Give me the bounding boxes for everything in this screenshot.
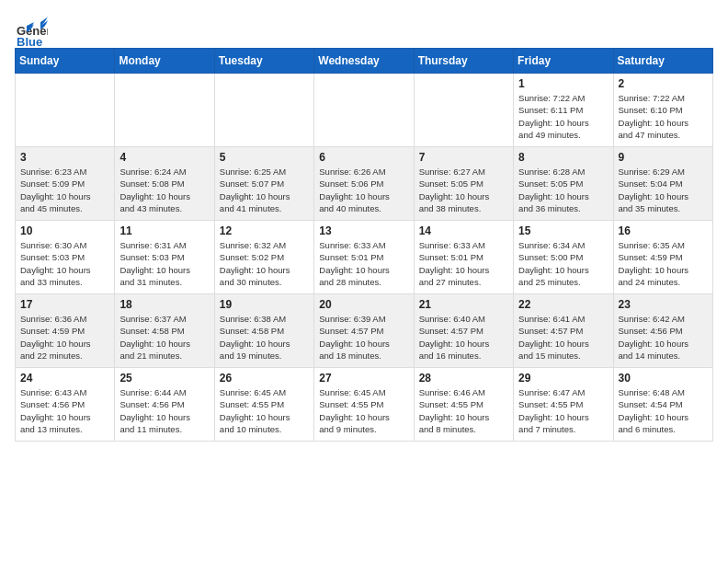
- day-info: Sunrise: 6:29 AM Sunset: 5:04 PM Dayligh…: [619, 166, 708, 214]
- day-info: Sunrise: 6:33 AM Sunset: 5:01 PM Dayligh…: [319, 239, 408, 288]
- day-info: Sunrise: 6:39 AM Sunset: 4:57 PM Dayligh…: [319, 313, 408, 362]
- calendar-day-16: 16Sunrise: 6:35 AM Sunset: 4:59 PM Dayli…: [613, 221, 712, 294]
- calendar-day-4: 4Sunrise: 6:24 AM Sunset: 5:08 PM Daylig…: [115, 147, 214, 221]
- calendar-day-10: 10Sunrise: 6:30 AM Sunset: 5:03 PM Dayli…: [16, 221, 115, 294]
- page-header: General Blue: [15, 15, 713, 39]
- calendar-day-3: 3Sunrise: 6:23 AM Sunset: 5:09 PM Daylig…: [16, 147, 115, 221]
- day-number: 8: [518, 151, 608, 164]
- column-header-wednesday: Wednesday: [314, 49, 414, 74]
- day-info: Sunrise: 6:34 AM Sunset: 5:00 PM Dayligh…: [518, 239, 608, 288]
- day-info: Sunrise: 6:33 AM Sunset: 5:01 PM Dayligh…: [419, 239, 508, 288]
- day-info: Sunrise: 6:30 AM Sunset: 5:03 PM Dayligh…: [20, 239, 109, 288]
- calendar-day-30: 30Sunrise: 6:48 AM Sunset: 4:54 PM Dayli…: [613, 368, 712, 442]
- calendar-day-5: 5Sunrise: 6:25 AM Sunset: 5:07 PM Daylig…: [214, 147, 313, 221]
- calendar-day-2: 2Sunrise: 7:22 AM Sunset: 6:10 PM Daylig…: [613, 74, 712, 147]
- day-info: Sunrise: 6:25 AM Sunset: 5:07 PM Dayligh…: [220, 166, 309, 214]
- calendar-empty: [414, 74, 513, 147]
- calendar-day-24: 24Sunrise: 6:43 AM Sunset: 4:56 PM Dayli…: [16, 368, 115, 442]
- bird-icon: [17, 22, 34, 39]
- day-number: 4: [119, 151, 209, 164]
- day-number: 10: [20, 224, 109, 237]
- day-number: 23: [619, 298, 708, 311]
- day-info: Sunrise: 6:36 AM Sunset: 4:59 PM Dayligh…: [20, 313, 109, 362]
- calendar-week-row: 24Sunrise: 6:43 AM Sunset: 4:56 PM Dayli…: [16, 368, 713, 442]
- calendar-day-26: 26Sunrise: 6:45 AM Sunset: 4:55 PM Dayli…: [214, 368, 313, 442]
- day-number: 25: [119, 372, 209, 385]
- day-number: 21: [419, 298, 508, 311]
- day-number: 5: [220, 151, 309, 164]
- day-number: 19: [220, 298, 309, 311]
- calendar-empty: [115, 74, 214, 147]
- day-info: Sunrise: 6:44 AM Sunset: 4:56 PM Dayligh…: [119, 386, 209, 435]
- calendar-day-9: 9Sunrise: 6:29 AM Sunset: 5:04 PM Daylig…: [613, 147, 712, 221]
- day-info: Sunrise: 6:45 AM Sunset: 4:55 PM Dayligh…: [319, 386, 408, 435]
- calendar-week-row: 10Sunrise: 6:30 AM Sunset: 5:03 PM Dayli…: [16, 221, 713, 294]
- day-number: 14: [419, 224, 508, 237]
- calendar-day-22: 22Sunrise: 6:41 AM Sunset: 4:57 PM Dayli…: [514, 294, 613, 368]
- calendar-day-23: 23Sunrise: 6:42 AM Sunset: 4:56 PM Dayli…: [613, 294, 712, 368]
- calendar-day-17: 17Sunrise: 6:36 AM Sunset: 4:59 PM Dayli…: [16, 294, 115, 368]
- day-number: 22: [518, 298, 608, 311]
- calendar-day-12: 12Sunrise: 6:32 AM Sunset: 5:02 PM Dayli…: [214, 221, 313, 294]
- column-header-thursday: Thursday: [414, 49, 513, 74]
- day-info: Sunrise: 6:23 AM Sunset: 5:09 PM Dayligh…: [20, 166, 109, 214]
- day-info: Sunrise: 6:43 AM Sunset: 4:56 PM Dayligh…: [20, 386, 109, 435]
- calendar-week-row: 17Sunrise: 6:36 AM Sunset: 4:59 PM Dayli…: [16, 294, 713, 368]
- day-number: 12: [220, 224, 309, 237]
- day-info: Sunrise: 7:22 AM Sunset: 6:11 PM Dayligh…: [518, 92, 608, 141]
- calendar-day-27: 27Sunrise: 6:45 AM Sunset: 4:55 PM Dayli…: [314, 368, 414, 442]
- calendar-day-8: 8Sunrise: 6:28 AM Sunset: 5:05 PM Daylig…: [514, 147, 613, 221]
- day-info: Sunrise: 6:28 AM Sunset: 5:05 PM Dayligh…: [518, 166, 608, 214]
- day-number: 29: [518, 372, 608, 385]
- day-info: Sunrise: 6:31 AM Sunset: 5:03 PM Dayligh…: [119, 239, 209, 288]
- calendar-day-25: 25Sunrise: 6:44 AM Sunset: 4:56 PM Dayli…: [115, 368, 214, 442]
- day-number: 24: [20, 372, 109, 385]
- calendar-day-6: 6Sunrise: 6:26 AM Sunset: 5:06 PM Daylig…: [314, 147, 414, 221]
- day-info: Sunrise: 6:42 AM Sunset: 4:56 PM Dayligh…: [619, 313, 708, 362]
- day-info: Sunrise: 6:27 AM Sunset: 5:05 PM Dayligh…: [419, 166, 508, 214]
- calendar-day-18: 18Sunrise: 6:37 AM Sunset: 4:58 PM Dayli…: [115, 294, 214, 368]
- column-header-tuesday: Tuesday: [214, 49, 313, 74]
- day-number: 11: [119, 224, 209, 237]
- day-info: Sunrise: 6:32 AM Sunset: 5:02 PM Dayligh…: [220, 239, 309, 288]
- column-header-friday: Friday: [514, 49, 613, 74]
- day-number: 28: [419, 372, 508, 385]
- calendar-day-15: 15Sunrise: 6:34 AM Sunset: 5:00 PM Dayli…: [514, 221, 613, 294]
- calendar-day-7: 7Sunrise: 6:27 AM Sunset: 5:05 PM Daylig…: [414, 147, 513, 221]
- column-header-sunday: Sunday: [16, 49, 115, 74]
- day-number: 18: [119, 298, 209, 311]
- day-info: Sunrise: 6:37 AM Sunset: 4:58 PM Dayligh…: [119, 313, 209, 362]
- day-number: 27: [319, 372, 408, 385]
- logo: General Blue: [15, 15, 48, 39]
- calendar-header-row: SundayMondayTuesdayWednesdayThursdayFrid…: [16, 49, 713, 74]
- calendar-empty: [214, 74, 313, 147]
- day-info: Sunrise: 6:40 AM Sunset: 4:57 PM Dayligh…: [419, 313, 508, 362]
- day-info: Sunrise: 6:35 AM Sunset: 4:59 PM Dayligh…: [619, 239, 708, 288]
- day-info: Sunrise: 6:24 AM Sunset: 5:08 PM Dayligh…: [119, 166, 209, 214]
- calendar-day-20: 20Sunrise: 6:39 AM Sunset: 4:57 PM Dayli…: [314, 294, 414, 368]
- column-header-monday: Monday: [115, 49, 214, 74]
- day-number: 2: [619, 77, 708, 90]
- day-number: 13: [319, 224, 408, 237]
- calendar-empty: [16, 74, 115, 147]
- calendar-week-row: 1Sunrise: 7:22 AM Sunset: 6:11 PM Daylig…: [16, 74, 713, 147]
- day-number: 26: [220, 372, 309, 385]
- day-info: Sunrise: 6:46 AM Sunset: 4:55 PM Dayligh…: [419, 386, 508, 435]
- calendar-table: SundayMondayTuesdayWednesdayThursdayFrid…: [15, 48, 713, 442]
- day-number: 17: [20, 298, 109, 311]
- day-info: Sunrise: 6:48 AM Sunset: 4:54 PM Dayligh…: [619, 386, 708, 435]
- calendar-empty: [314, 74, 414, 147]
- day-number: 15: [518, 224, 608, 237]
- calendar-week-row: 3Sunrise: 6:23 AM Sunset: 5:09 PM Daylig…: [16, 147, 713, 221]
- calendar-day-19: 19Sunrise: 6:38 AM Sunset: 4:58 PM Dayli…: [214, 294, 313, 368]
- calendar-day-28: 28Sunrise: 6:46 AM Sunset: 4:55 PM Dayli…: [414, 368, 513, 442]
- column-header-saturday: Saturday: [613, 49, 712, 74]
- day-number: 7: [419, 151, 508, 164]
- calendar-day-21: 21Sunrise: 6:40 AM Sunset: 4:57 PM Dayli…: [414, 294, 513, 368]
- day-number: 16: [619, 224, 708, 237]
- day-number: 9: [619, 151, 708, 164]
- day-info: Sunrise: 6:41 AM Sunset: 4:57 PM Dayligh…: [518, 313, 608, 362]
- day-info: Sunrise: 6:47 AM Sunset: 4:55 PM Dayligh…: [518, 386, 608, 435]
- day-number: 30: [619, 372, 708, 385]
- day-info: Sunrise: 6:45 AM Sunset: 4:55 PM Dayligh…: [220, 386, 309, 435]
